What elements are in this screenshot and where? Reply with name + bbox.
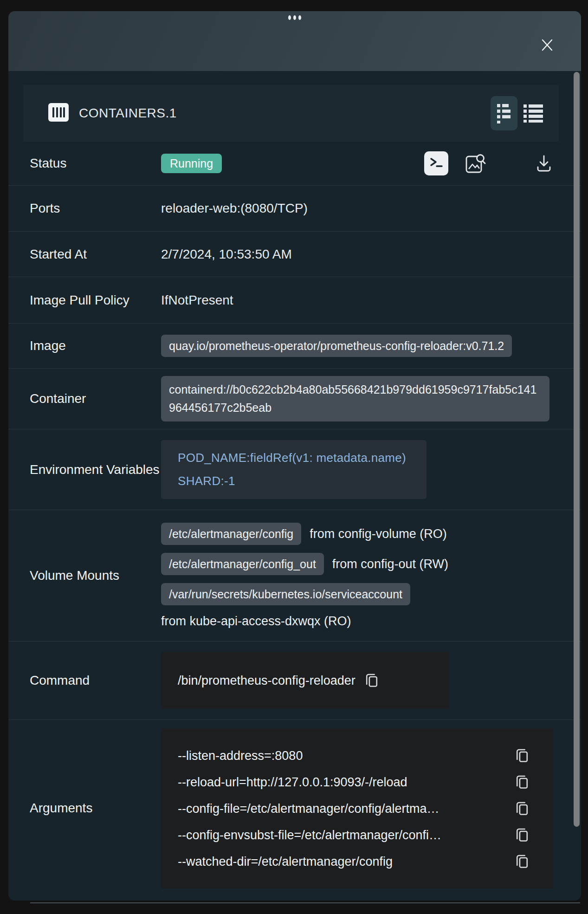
copy-argument-button[interactable]	[515, 854, 529, 869]
close-button[interactable]	[539, 37, 556, 54]
started-at-row: Started At 2/7/2024, 10:53:50 AM	[8, 232, 581, 277]
container-id-label: Container	[30, 387, 161, 410]
mount-path-pill: /etc/alertmanager/config	[161, 523, 301, 545]
argument-text: --reload-url=http://127.0.0.1:9093/-/rel…	[178, 775, 407, 790]
mount-from-text: from kube-api-access-dxwqx (RO)	[161, 614, 448, 629]
detail-rows: Status Running	[8, 142, 581, 896]
copy-icon	[515, 801, 529, 817]
started-at-label: Started At	[30, 243, 161, 266]
started-at-value: 2/7/2024, 10:53:50 AM	[161, 247, 292, 262]
mount-path-pill: /var/run/secrets/kubernetes.io/serviceac…	[161, 583, 410, 605]
list-view-toggle-button[interactable]	[522, 102, 545, 125]
container-icon	[48, 102, 69, 124]
copy-icon	[515, 827, 529, 843]
copy-icon	[515, 854, 529, 869]
environment-variables-label: Environment Variables	[30, 458, 161, 481]
image-row: Image quay.io/prometheus-operator/promet…	[8, 324, 581, 369]
environment-variables-row: Environment Variables POD_NAME:fieldRef(…	[8, 429, 581, 510]
page-background: CONTAINERS.1	[0, 0, 588, 914]
ports-value: reloader-web:(8080/TCP)	[161, 201, 308, 216]
volume-mount-item: /etc/alertmanager/config from config-vol…	[161, 523, 448, 545]
status-row: Status Running	[8, 142, 581, 186]
copy-icon	[365, 673, 379, 688]
copy-icon	[515, 748, 529, 764]
image-value-pill: quay.io/prometheus-operator/prometheus-c…	[161, 335, 512, 357]
detail-view-toggle-button[interactable]	[491, 96, 517, 130]
modal-header	[8, 11, 581, 71]
ports-label: Ports	[30, 197, 161, 220]
image-label: Image	[30, 334, 161, 357]
mount-from-text: from config-out (RW)	[332, 557, 448, 571]
argument-text: --listen-address=:8080	[178, 749, 303, 763]
command-label: Command	[30, 669, 161, 692]
environment-variables-box: POD_NAME:fieldRef(v1: metadata.name) SHA…	[161, 440, 426, 499]
arguments-row: Arguments --listen-address=:8080	[8, 720, 581, 896]
modal-body: CONTAINERS.1	[8, 71, 581, 901]
command-box: /bin/prometheus-config-reloader	[161, 652, 449, 709]
containers-section-header: CONTAINERS.1	[23, 85, 559, 142]
image-pull-policy-label: Image Pull Policy	[30, 289, 161, 312]
detail-view-icon	[497, 103, 511, 123]
argument-item: --watched-dir=/etc/alertmanager/config	[178, 849, 529, 875]
scrollbar[interactable]	[574, 72, 580, 827]
ports-row: Ports reloader-web:(8080/TCP)	[8, 186, 581, 232]
image-pull-policy-row: Image Pull Policy IfNotPresent	[8, 277, 581, 324]
copy-icon	[515, 774, 529, 790]
exec-terminal-button[interactable]	[424, 151, 448, 175]
drag-handle-dots-icon[interactable]	[288, 15, 301, 20]
logs-icon	[464, 152, 486, 175]
volume-mounts-list: /etc/alertmanager/config from config-vol…	[161, 523, 448, 629]
arguments-box: --listen-address=:8080 --reload-url=http…	[161, 728, 553, 888]
argument-item: --config-envsubst-file=/etc/alertmanager…	[178, 822, 529, 849]
bottom-divider	[30, 902, 580, 903]
copy-argument-button[interactable]	[515, 748, 529, 764]
mount-from-text: from config-volume (RO)	[310, 527, 447, 541]
copy-argument-button[interactable]	[515, 827, 529, 843]
list-view-icon	[523, 104, 543, 123]
env-var: SHARD:-1	[178, 474, 426, 488]
download-logs-button[interactable]	[535, 153, 553, 174]
arguments-label: Arguments	[30, 797, 161, 820]
status-label: Status	[30, 152, 161, 175]
close-icon	[539, 37, 555, 53]
argument-item: --config-file=/etc/alertmanager/config/a…	[178, 796, 529, 822]
container-details-modal: CONTAINERS.1	[8, 11, 581, 901]
env-var: POD_NAME:fieldRef(v1: metadata.name)	[178, 451, 426, 465]
command-row: Command /bin/prometheus-config-reloader	[8, 642, 581, 720]
argument-text: --config-file=/etc/alertmanager/config/a…	[178, 802, 439, 816]
mount-path-pill: /etc/alertmanager/config_out	[161, 553, 324, 575]
copy-argument-button[interactable]	[515, 774, 529, 790]
command-value: /bin/prometheus-config-reloader	[178, 674, 355, 688]
section-title: CONTAINERS.1	[79, 106, 177, 121]
terminal-icon	[427, 154, 446, 173]
volume-mount-item: /etc/alertmanager/config_out from config…	[161, 553, 448, 575]
view-logs-button[interactable]	[464, 152, 486, 175]
argument-item: --reload-url=http://127.0.0.1:9093/-/rel…	[178, 769, 529, 796]
status-badge: Running	[161, 154, 222, 173]
container-id-row: Container containerd://b0c622cb2b4a80ab5…	[8, 369, 581, 429]
volume-mount-item: /var/run/secrets/kubernetes.io/serviceac…	[161, 583, 448, 605]
image-pull-policy-value: IfNotPresent	[161, 293, 233, 308]
argument-text: --watched-dir=/etc/alertmanager/config	[178, 855, 393, 869]
copy-argument-button[interactable]	[515, 801, 529, 817]
download-icon	[535, 153, 553, 174]
volume-mounts-label: Volume Mounts	[30, 564, 161, 587]
argument-text: --config-envsubst-file=/etc/alertmanager…	[178, 828, 441, 843]
copy-command-button[interactable]	[365, 673, 379, 688]
container-id-value-pill: containerd://b0c622cb2b4a80ab55668421b97…	[161, 376, 549, 421]
volume-mounts-row: Volume Mounts /etc/alertmanager/config f…	[8, 510, 581, 642]
argument-item: --listen-address=:8080	[178, 743, 529, 769]
